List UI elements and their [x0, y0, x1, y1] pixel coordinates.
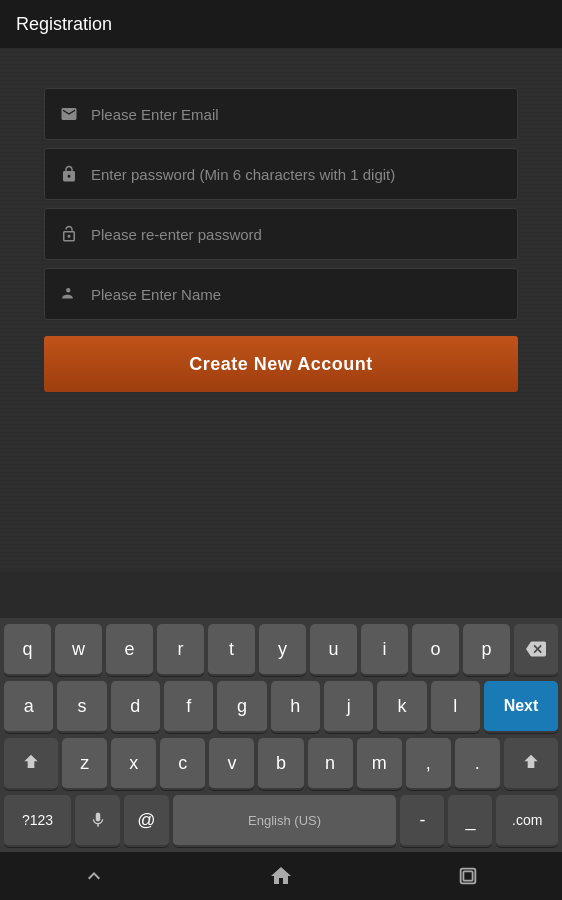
keyboard: q w e r t y u i o p a s d f g h j k l Ne… [0, 618, 562, 900]
home-nav-button[interactable] [256, 856, 306, 896]
backspace-key[interactable] [514, 624, 558, 676]
keyboard-row-2: a s d f g h j k l Next [4, 681, 558, 733]
key-comma[interactable]: , [406, 738, 451, 790]
key-c[interactable]: c [160, 738, 205, 790]
password-field[interactable] [44, 148, 518, 200]
key-period[interactable]: . [455, 738, 500, 790]
create-account-button[interactable]: Create New Account [44, 336, 518, 392]
keyboard-row-1: q w e r t y u i o p [4, 624, 558, 676]
spacer [0, 412, 562, 572]
space-key[interactable]: English (US) [173, 795, 397, 847]
keyboard-row-3: z x c v b n m , . [4, 738, 558, 790]
reenter-password-field[interactable] [44, 208, 518, 260]
key-t[interactable]: t [208, 624, 255, 676]
shift-right-key[interactable] [504, 738, 558, 790]
key-h[interactable]: h [271, 681, 320, 733]
next-key[interactable]: Next [484, 681, 558, 733]
password-input[interactable] [91, 166, 505, 183]
nav-bar [0, 852, 562, 900]
key-s[interactable]: s [57, 681, 106, 733]
shift-left-key[interactable] [4, 738, 58, 790]
key-g[interactable]: g [217, 681, 266, 733]
key-a[interactable]: a [4, 681, 53, 733]
key-y[interactable]: y [259, 624, 306, 676]
key-i[interactable]: i [361, 624, 408, 676]
email-input[interactable] [91, 106, 505, 123]
lock-icon [57, 162, 81, 186]
mic-key[interactable] [75, 795, 120, 847]
key-x[interactable]: x [111, 738, 156, 790]
key-n[interactable]: n [308, 738, 353, 790]
email-field[interactable] [44, 88, 518, 140]
keyboard-row-4: ?123 @ English (US) - _ .com [4, 795, 558, 847]
key-f[interactable]: f [164, 681, 213, 733]
key-d[interactable]: d [111, 681, 160, 733]
lock-broken-icon [57, 222, 81, 246]
dotcom-key[interactable]: .com [496, 795, 558, 847]
key-o[interactable]: o [412, 624, 459, 676]
email-icon [57, 102, 81, 126]
key-l[interactable]: l [431, 681, 480, 733]
keyboard-rows: q w e r t y u i o p a s d f g h j k l Ne… [0, 618, 562, 847]
key-e[interactable]: e [106, 624, 153, 676]
name-field[interactable] [44, 268, 518, 320]
top-bar: Registration [0, 0, 562, 48]
key-b[interactable]: b [258, 738, 303, 790]
page-title: Registration [16, 14, 112, 35]
key-v[interactable]: v [209, 738, 254, 790]
key-k[interactable]: k [377, 681, 426, 733]
name-input[interactable] [91, 286, 505, 303]
person-icon [57, 282, 81, 306]
back-nav-button[interactable] [69, 856, 119, 896]
key-w[interactable]: w [55, 624, 102, 676]
underscore-key[interactable]: _ [448, 795, 492, 847]
key-u[interactable]: u [310, 624, 357, 676]
svg-rect-1 [464, 871, 473, 880]
key-r[interactable]: r [157, 624, 204, 676]
key-m[interactable]: m [357, 738, 402, 790]
key-z[interactable]: z [62, 738, 107, 790]
dash-key[interactable]: - [400, 795, 444, 847]
at-key[interactable]: @ [124, 795, 169, 847]
reenter-password-input[interactable] [91, 226, 505, 243]
key-q[interactable]: q [4, 624, 51, 676]
sym-key[interactable]: ?123 [4, 795, 71, 847]
key-p[interactable]: p [463, 624, 510, 676]
key-j[interactable]: j [324, 681, 373, 733]
recents-nav-button[interactable] [443, 856, 493, 896]
content-area: Create New Account [0, 48, 562, 412]
